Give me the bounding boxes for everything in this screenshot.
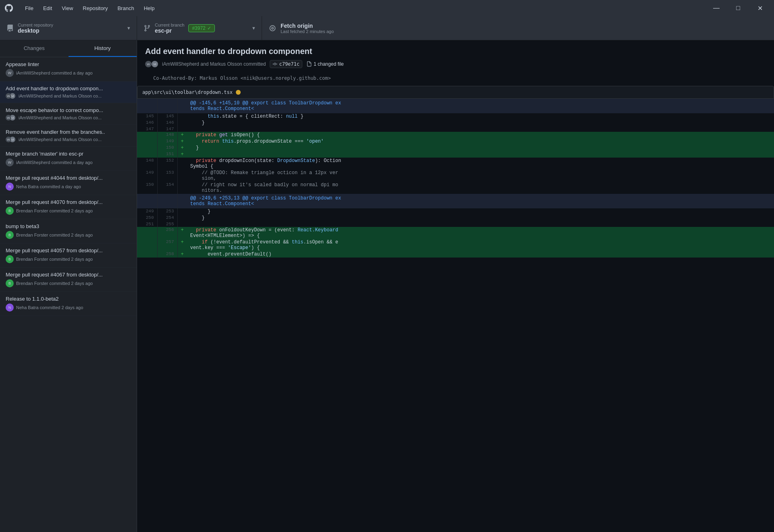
diff-marker: + [177,138,187,145]
right-panel: Add event handler to dropdown component … [137,40,774,532]
list-item[interactable]: Merge pull request #4067 from desktop/..… [0,268,137,292]
branch-icon [144,25,151,32]
menu-repository[interactable]: Repository [79,4,112,13]
line-num-old: 250 [137,215,157,221]
commit-meta: B Brendan Forster committed 2 days ago [6,231,131,239]
file-header: app\src\ui\toolbar\dropdown.tsx [137,86,774,99]
diff-marker [177,158,187,170]
diff-row: 147 147 [137,126,774,132]
avatar: B [6,255,14,263]
repo-info: Current repository desktop [18,23,53,34]
file-path: app\src\ui\toolbar\dropdown.tsx [142,89,233,95]
line-num-old: 150 [137,182,157,194]
diff-marker [177,126,187,132]
changed-files-badge[interactable]: 1 changed file [306,61,344,67]
diff-marker [177,182,187,194]
hunk-header-text: @@ -145,6 +145,10 @@ export class Toolba… [187,99,774,113]
menu-branch[interactable]: Branch [113,4,138,13]
diff-code-cell: private get isOpen() { [187,132,774,138]
diff-row: 249 253 } [137,208,774,215]
list-item[interactable]: Merge pull request #4057 from desktop/..… [0,243,137,268]
line-num-new: 145 [157,113,177,120]
repo-label: Current repository [18,23,53,27]
current-repo-section[interactable]: Current repository desktop ▾ [0,16,137,40]
avatar: B [6,279,14,287]
diff-code-cell: } [187,120,774,126]
list-item[interactable]: Merge pull request #4070 from desktop/..… [0,195,137,219]
list-item[interactable]: bump to beta3 B Brendan Forster committe… [0,219,137,243]
diff-row-add: 256 + private onFoldoutKeyDown = (event:… [137,227,774,239]
tab-changes[interactable]: Changes [0,40,69,57]
diff-marker [177,208,187,215]
avatar-markus: M [152,61,158,67]
maximize-button[interactable]: □ [729,2,747,14]
diff-row-add: 149 + return this.props.dropdownState ==… [137,138,774,145]
diff-code-cell [187,151,774,158]
diff-area[interactable]: app\src\ui\toolbar\dropdown.tsx @@ -145,… [137,86,774,532]
commit-meta: B Brendan Forster committed 2 days ago [6,255,131,263]
diff-code-cell: } [187,208,774,215]
menu-view[interactable]: View [58,4,77,13]
list-item[interactable]: Merge pull request #4044 from desktop/..… [0,171,137,195]
line-num-new: 153 [157,170,177,182]
sidebar: Changes History Appease linter W iAmWill… [0,40,137,532]
line-num-new: 154 [157,182,177,194]
list-item[interactable]: Move escape behavior to correct compo...… [0,103,137,125]
commit-meta: W M iAmWillShepherd and Markus Olsson co… [6,137,131,142]
commit-body-text: Co-Authored-By: Markus Olsson <niik@user… [145,72,766,86]
line-num-old: 149 [137,170,157,182]
minimize-button[interactable]: — [707,2,726,14]
repo-name: desktop [18,27,53,34]
fetch-title: Fetch origin [281,23,334,29]
list-item[interactable]: Remove event handler from the branches..… [0,125,137,147]
list-item[interactable]: Appease linter W iAmWillShepherd committ… [0,57,137,81]
avatar: N [6,183,14,191]
diff-code-cell: event.preventDefault() [187,251,774,258]
list-item[interactable]: Add event handler to dropdown compon... … [0,81,137,103]
diff-marker [177,113,187,120]
hunk-header-row: @@ -145,6 +145,10 @@ export class Toolba… [137,99,774,113]
menu-file[interactable]: File [21,4,37,13]
commit-hash: c79e71c [270,60,302,68]
commit-meta: W M iAmWillShepherd and Markus Olsson co… [6,93,131,99]
diff-marker [177,99,187,113]
avatar: W [6,93,11,99]
branch-chevron-icon: ▾ [252,25,255,31]
menu-help[interactable]: Help [140,4,159,13]
line-num-old [137,99,157,113]
menu-edit[interactable]: Edit [39,4,56,13]
commit-author-time: iAmWillShepherd and Markus Olsson co... [19,115,102,120]
diff-code-cell: // right now it's scaled badly on normal… [187,182,774,194]
commit-author-time: Neha Batra committed 2 days ago [16,305,83,310]
line-num-old [137,138,157,145]
line-num-old: 146 [137,120,157,126]
diff-marker [177,215,187,221]
line-num-old [137,132,157,138]
diff-marker [177,120,187,126]
close-button[interactable]: ✕ [751,2,769,14]
commit-title: Remove event handler from the branches.. [6,129,131,135]
diff-code-cell: return this.props.dropdownState === 'ope… [187,138,774,145]
list-item[interactable]: Merge branch 'master' into esc-pr W iAmW… [0,147,137,171]
repo-chevron-icon: ▾ [127,25,130,31]
diff-marker: + [177,132,187,138]
commit-title: Merge pull request #4044 from desktop/..… [6,175,131,181]
line-num-old [137,227,157,239]
repo-icon [6,25,14,32]
fetch-origin-section[interactable]: Fetch origin Last fetched 2 minutes ago [262,16,774,40]
current-branch-section[interactable]: Current branch esc-pr #3972 ✓ ▾ [137,16,262,40]
avatar: W [6,69,14,77]
tab-history[interactable]: History [69,40,137,57]
line-num-new: 253 [157,208,177,215]
changed-files-count: 1 changed file [314,61,344,67]
diff-code-cell: private dropdownIcon(state: DropdownStat… [187,158,774,170]
line-num-old [137,251,157,258]
diff-hunk-1: @@ -145,6 +145,10 @@ export class Toolba… [137,99,774,258]
github-logo-icon [5,4,13,12]
diff-row-add: 150 + } [137,145,774,151]
list-item[interactable]: Release to 1.1.0-beta2 N Neha Batra comm… [0,292,137,316]
commit-meta: W M iAmWillShepherd and Markus Olsson co… [6,115,131,121]
line-num-new: 152 [157,158,177,170]
fetch-subtitle: Last fetched 2 minutes ago [281,29,334,34]
commit-author-time: iAmWillShepherd committed a day ago [16,160,93,165]
